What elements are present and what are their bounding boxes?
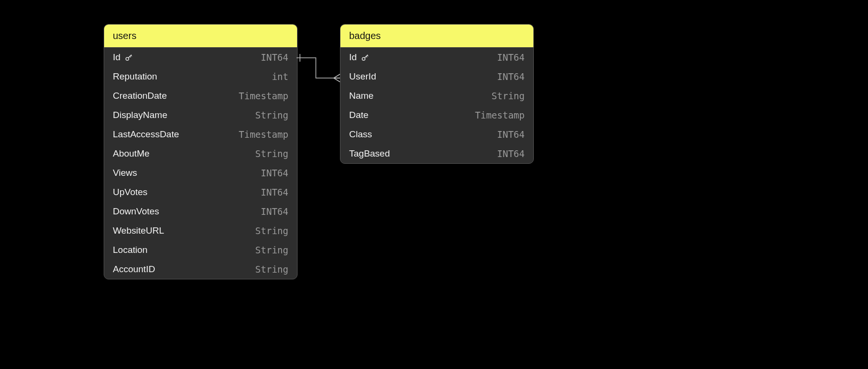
column-type: INT64 [497,71,525,82]
column-name: DisplayName [113,110,167,120]
column-type: String [491,91,525,101]
column-name: Views [113,168,137,178]
column-type: INT64 [261,52,288,63]
column-row[interactable]: AccountIDString [104,260,297,279]
column-type: INT64 [497,129,525,140]
column-name: UpVotes [113,187,148,198]
column-name: AboutMe [113,148,149,159]
column-type: Timestamp [239,129,288,140]
key-icon [361,52,369,63]
column-row[interactable]: LocationString [104,240,297,260]
column-name: UserId [349,71,376,82]
column-type: INT64 [261,187,288,198]
table-header-badges: badges [340,25,533,48]
column-row[interactable]: ViewsINT64 [104,163,297,183]
column-row[interactable]: IdINT64 [340,48,533,67]
table-badges[interactable]: badges IdINT64UserIdINT64NameStringDateT… [340,24,534,164]
column-type: INT64 [497,148,525,159]
column-type: INT64 [261,206,288,217]
column-name: Id [349,52,369,63]
svg-line-3 [334,74,340,78]
column-type: Timestamp [475,110,525,120]
column-name: Reputation [113,71,157,82]
column-name: TagBased [349,148,390,159]
column-row[interactable]: ClassINT64 [340,125,533,144]
table-header-users: users [104,25,297,48]
column-row[interactable]: Reputationint [104,67,297,86]
column-name: LastAccessDate [113,129,179,140]
column-row[interactable]: NameString [340,86,533,105]
svg-line-5 [334,78,340,82]
column-type: String [255,148,288,159]
column-type: String [255,225,288,236]
column-name: Date [349,110,368,120]
column-name: WebsiteURL [113,225,164,236]
column-type: Timestamp [239,91,288,101]
column-name: DownVotes [113,206,159,217]
column-row[interactable]: DisplayNameString [104,105,297,125]
column-type: String [255,264,288,275]
table-users[interactable]: users IdINT64ReputationintCreationDateTi… [104,24,298,279]
column-row[interactable]: IdINT64 [104,48,297,67]
table-body-users: IdINT64ReputationintCreationDateTimestam… [104,48,297,279]
column-type: String [255,110,288,120]
column-row[interactable]: UserIdINT64 [340,67,533,86]
column-row[interactable]: DateTimestamp [340,105,533,125]
table-body-badges: IdINT64UserIdINT64NameStringDateTimestam… [340,48,533,163]
column-type: INT64 [261,168,288,178]
key-icon [124,52,133,63]
column-row[interactable]: LastAccessDateTimestamp [104,125,297,144]
column-name: Name [349,91,374,101]
column-name: Class [349,129,372,140]
column-row[interactable]: AboutMeString [104,144,297,163]
column-type: int [272,71,288,82]
column-row[interactable]: CreationDateTimestamp [104,86,297,105]
column-name: Location [113,245,148,255]
column-row[interactable]: UpVotesINT64 [104,183,297,202]
column-type: INT64 [497,52,525,63]
column-name: Id [113,52,133,63]
column-type: String [255,245,288,255]
column-name: CreationDate [113,91,167,101]
column-row[interactable]: TagBasedINT64 [340,144,533,163]
column-row[interactable]: WebsiteURLString [104,221,297,240]
column-name: AccountID [113,264,155,275]
diagram-canvas: { "tables": { "users": { "title": "users… [0,0,868,369]
column-row[interactable]: DownVotesINT64 [104,202,297,221]
